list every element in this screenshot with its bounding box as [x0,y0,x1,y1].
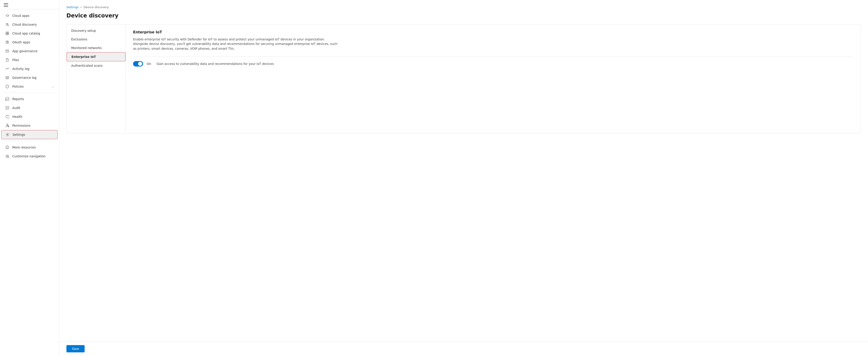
app-governance-icon [5,49,9,54]
sidebar-item-settings-label: Settings [12,133,25,137]
toggle-on-label: On [147,62,151,66]
svg-rect-5 [7,34,9,35]
main-content: Settings > Device discovery Device disco… [59,0,868,356]
enterprise-iot-description: Enable enterprise IoT security with Defe… [133,37,338,51]
save-button[interactable]: Save [66,345,85,352]
governance-icon [5,75,9,80]
svg-point-7 [7,42,8,43]
sidebar-item-more-resources[interactable]: More resources [1,143,58,152]
sidebar-item-governance-log[interactable]: Governance log [1,73,58,82]
health-icon [5,114,9,119]
settings-panel: Discovery setup Exclusions Monitored net… [66,24,861,133]
settings-nav-discovery-setup[interactable]: Discovery setup [67,26,126,35]
cloud-apps-icon [5,13,9,18]
svg-rect-3 [7,32,9,33]
svg-rect-2 [6,32,7,33]
sidebar-item-activity-log-label: Activity log [12,67,29,71]
sidebar: Cloud apps Cloud discovery [0,0,59,356]
sidebar-item-permissions-label: Permissions [12,124,30,128]
sidebar-header [0,0,59,9]
sidebar-item-policies-label: Policies [12,85,24,88]
sidebar-item-governance-log-label: Governance log [12,76,36,79]
sidebar-item-reports[interactable]: Reports [1,95,58,103]
breadcrumb: Settings > Device discovery [66,5,861,9]
policies-icon [5,84,9,89]
sidebar-item-cloud-discovery-label: Cloud discovery [12,23,37,26]
sidebar-item-cloud-apps[interactable]: Cloud apps [1,11,58,20]
sidebar-item-oauth-apps[interactable]: OAuth apps [1,38,58,46]
sidebar-item-more-resources-label: More resources [12,146,36,149]
svg-point-23 [7,146,7,147]
save-bar: Save [59,341,868,356]
settings-nav-enterprise-iot[interactable]: Enterprise IoT [67,52,126,61]
permissions-icon [5,123,9,128]
audit-icon [5,106,9,110]
svg-point-24 [8,157,9,158]
sidebar-item-permissions[interactable]: Permissions [1,121,58,130]
svg-point-20 [7,134,8,135]
content-divider [133,56,853,57]
content-area: Settings > Device discovery Device disco… [59,0,868,341]
settings-nav-authenticated-scans[interactable]: Authenticated scans [67,61,126,70]
sidebar-item-audit[interactable]: Audit [1,104,58,112]
settings-nav-exclusions[interactable]: Exclusions [67,35,126,44]
hamburger-menu[interactable] [4,3,8,7]
sidebar-item-files-label: Files [12,58,19,62]
sidebar-item-cloud-app-catalog[interactable]: Cloud app catalog [1,29,58,38]
sidebar-item-cloud-app-catalog-label: Cloud app catalog [12,32,40,35]
sidebar-item-policies[interactable]: Policies ⌄ [1,82,58,91]
sidebar-item-cloud-apps-label: Cloud apps [12,14,29,17]
toggle-slider [133,61,143,67]
settings-icon [5,132,10,137]
toggle-description: Gain access to vulnerability data and re… [156,62,274,66]
sidebar-item-reports-label: Reports [12,97,24,101]
svg-rect-4 [6,34,7,35]
breadcrumb-separator: > [80,6,82,9]
sidebar-item-customize-navigation-label: Customize navigation [12,154,45,158]
sidebar-nav: Cloud apps Cloud discovery [0,9,59,352]
more-resources-icon [5,145,9,150]
sidebar-item-health-label: Health [12,115,22,118]
settings-sidebar: Discovery setup Exclusions Monitored net… [67,25,126,133]
toggle-row: On Gain access to vulnerability data and… [133,61,853,67]
svg-rect-8 [6,50,9,52]
sidebar-divider-1 [3,93,56,93]
cloud-discovery-icon [5,22,9,27]
sidebar-item-health[interactable]: Health [1,112,58,121]
svg-point-0 [6,23,8,26]
sidebar-divider-2 [3,141,56,141]
policies-chevron-icon: ⌄ [52,85,54,88]
settings-content: Enterprise IoT Enable enterprise IoT sec… [126,25,861,133]
enterprise-iot-title: Enterprise IoT [133,30,853,34]
breadcrumb-current: Device discovery [84,5,109,9]
sidebar-item-app-governance-label: App governance [12,49,37,53]
settings-nav-monitored-networks[interactable]: Monitored networks [67,44,126,52]
activity-icon [5,67,9,71]
breadcrumb-parent[interactable]: Settings [66,5,79,9]
svg-point-17 [7,124,8,125]
reports-icon [5,97,9,101]
oauth-icon [5,40,9,44]
svg-line-1 [8,25,9,26]
sidebar-item-oauth-apps-label: OAuth apps [12,40,30,44]
sidebar-item-customize-navigation[interactable]: Customize navigation [1,152,58,161]
svg-rect-15 [6,97,9,101]
sidebar-item-cloud-discovery[interactable]: Cloud discovery [1,20,58,29]
files-icon [5,58,9,62]
enterprise-iot-toggle[interactable] [133,61,143,67]
sidebar-item-activity-log[interactable]: Activity log [1,65,58,73]
sidebar-item-audit-label: Audit [12,106,20,110]
customize-icon [5,154,9,158]
page-title: Device discovery [66,12,861,19]
svg-rect-16 [6,106,9,109]
sidebar-item-settings[interactable]: Settings [1,130,58,139]
sidebar-item-files[interactable]: Files [1,56,58,64]
sidebar-item-app-governance[interactable]: App governance [1,47,58,56]
catalog-icon [5,31,9,36]
